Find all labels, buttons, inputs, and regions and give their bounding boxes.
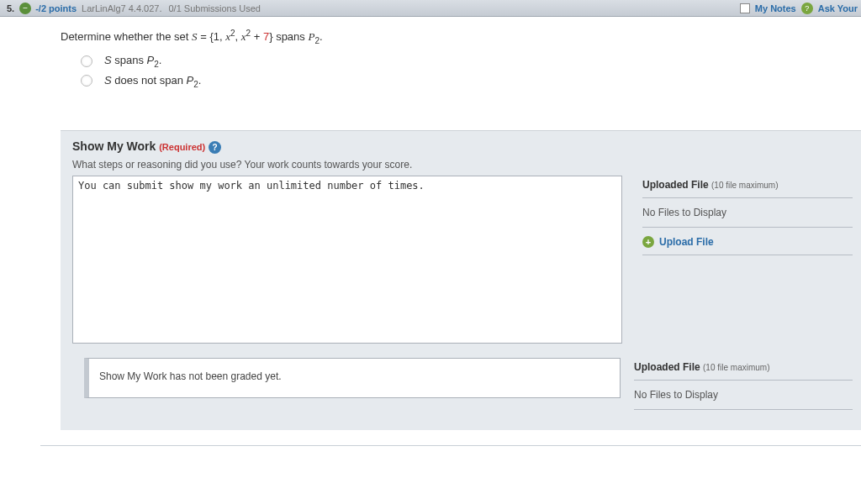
collapse-icon[interactable]: − [19,3,31,14]
prompt-text: Determine whether the set [61,30,192,43]
points-label: -/2 points [35,3,77,13]
radio-icon[interactable] [81,55,92,67]
source-label: LarLinAlg7 4.4.027. [82,3,161,13]
note-box-icon [740,3,750,13]
upload-file-label: Upload File [659,236,714,248]
ask-icon[interactable]: ? [801,3,813,14]
question-header: 5. − -/2 points LarLinAlg7 4.4.027. 0/1 … [0,0,861,17]
plus-icon: + [642,236,654,248]
upload-max: (10 file maximum) [703,363,769,372]
ask-teacher-link[interactable]: Ask Your [818,3,858,13]
question-body: Determine whether the set S = {1, x2, x2… [0,17,861,88]
uploaded-file-label: Uploaded File [634,361,700,373]
question-prompt: Determine whether the set S = {1, x2, x2… [61,29,861,45]
uploaded-file-label: Uploaded File [642,179,709,191]
submissions-label: 0/1 Submissions Used [169,3,261,13]
question-number: 5. [7,3,14,13]
divider [40,445,861,446]
my-notes-link[interactable]: My Notes [755,3,796,13]
smw-title: Show My Work [72,139,156,153]
smw-graded-box: Show My Work has not been graded yet. [84,358,621,398]
upload-section: Uploaded File (10 file maximum) No Files… [634,176,861,358]
upload-max: (10 file maximum) [711,181,778,190]
help-icon[interactable]: ? [209,141,221,154]
upload-section-graded: Uploaded File (10 file maximum) No Files… [634,358,861,418]
choice-label: S spans P2. [104,54,161,69]
show-my-work-panel: Show My Work (Required) ? What steps or … [61,130,861,430]
choice-not-spans[interactable]: S does not span P2. [81,74,861,89]
no-files-text: No Files to Display [634,389,853,401]
no-files-text: No Files to Display [642,207,853,218]
smw-header: Show My Work (Required) ? [61,131,861,155]
choice-spans[interactable]: S spans P2. [81,54,861,69]
smw-textarea[interactable] [72,176,622,344]
choice-label: S does not span P2. [104,74,201,89]
smw-required: (Required) [159,142,205,152]
upload-file-button[interactable]: + Upload File [642,236,853,255]
smw-subtext: What steps or reasoning did you use? You… [61,155,861,176]
radio-icon[interactable] [81,75,92,87]
